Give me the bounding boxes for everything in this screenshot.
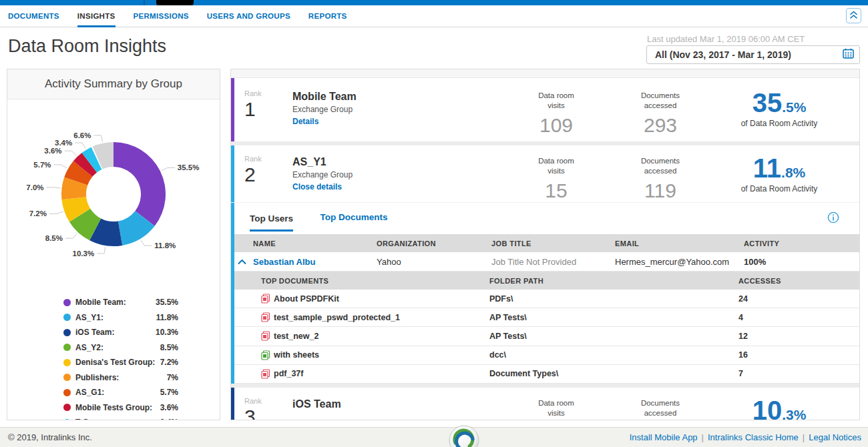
nav-tab-reports[interactable]: REPORTS xyxy=(308,5,347,27)
legend-label: Publishers: xyxy=(75,373,167,382)
visits-label: Data room visits xyxy=(529,156,584,176)
document-name-link[interactable]: pdf_37f xyxy=(274,369,303,378)
activity-percent-caption: of Data Room Activity xyxy=(716,184,843,193)
collapse-panel-button[interactable] xyxy=(846,8,861,23)
legend-item: AS_Y1:11.8% xyxy=(63,310,178,326)
document-row: test_new_2 AP Tests\ 12 xyxy=(231,327,859,346)
rank-number: 1 xyxy=(244,97,292,121)
tab-top-documents[interactable]: Top Documents xyxy=(320,212,387,222)
legend-value: 10.3% xyxy=(156,328,178,337)
link-separator: | xyxy=(799,432,809,442)
document-row: with sheets dcc\ 16 xyxy=(231,346,859,365)
svg-text:10.3%: 10.3% xyxy=(73,250,95,258)
data-room-insights-page: DOCUMENTS INSIGHTS PERMISSIONS USERS AND… xyxy=(0,0,868,447)
group-name: iOS Team xyxy=(292,398,513,410)
legend-item: Publishers:7% xyxy=(63,370,178,386)
xls-file-icon xyxy=(261,350,270,360)
activity-percent: 11.8% xyxy=(716,155,843,181)
legend-value: 7% xyxy=(167,373,178,382)
nav-tabs: DOCUMENTS INSIGHTS PERMISSIONS USERS AND… xyxy=(0,5,868,27)
col-header-top-documents: TOP DOCUMENTS xyxy=(261,277,489,285)
svg-text:6.6%: 6.6% xyxy=(73,131,91,139)
date-range-select[interactable]: All (Nov 23, 2017 - Mar 1, 2019) xyxy=(646,45,860,64)
collapse-row-chevron-icon[interactable] xyxy=(238,259,246,265)
legend-label: AS_Y1: xyxy=(75,313,156,322)
group-name: Mobile Team xyxy=(292,91,513,103)
legend-swatch xyxy=(63,344,71,351)
document-row: pdf_37f Document Types\ 7 xyxy=(231,365,859,384)
legend-item: Denisa's Test Group:7.2% xyxy=(63,355,178,370)
legend-item: AS_Y2:8.5% xyxy=(63,340,178,356)
document-accesses: 12 xyxy=(738,332,859,341)
document-row: About PSPDFKit PDFs\ 24 xyxy=(231,290,859,308)
legend-swatch xyxy=(63,329,71,336)
accessed-label: Documents accessed xyxy=(633,398,688,418)
activity-percent-caption: of Data Room Activity xyxy=(716,119,843,128)
intralinks-classic-home-link[interactable]: Intralinks Classic Home xyxy=(708,432,799,442)
col-header-email: EMAIL xyxy=(615,240,744,248)
document-folder-path: Document Types\ xyxy=(489,369,738,378)
svg-text:7.2%: 7.2% xyxy=(29,209,47,217)
legend-item: Mobile Team:35.5% xyxy=(63,295,178,310)
topbar-divider xyxy=(144,0,145,5)
legend-swatch xyxy=(63,359,71,366)
svg-text:3.6%: 3.6% xyxy=(44,147,61,155)
tab-top-users[interactable]: Top Users xyxy=(250,213,293,232)
visits-label: Data room visits xyxy=(529,91,584,111)
col-header-activity: ACTIVITY xyxy=(744,240,859,248)
rank-accent-bar xyxy=(231,145,234,384)
activity-summary-title: Activity Summary by Group xyxy=(7,69,220,99)
legend-label: Mobile Tests Group: xyxy=(75,403,160,412)
calendar-icon[interactable] xyxy=(843,48,854,61)
col-header-accesses: ACCESSES xyxy=(738,277,859,285)
info-icon[interactable] xyxy=(827,211,839,226)
visits-value: 15 xyxy=(513,179,600,202)
user-name-link[interactable]: Sebastian Albu xyxy=(253,257,377,267)
footer: © 2019, Intralinks Inc. Install Mobile A… xyxy=(0,427,868,447)
close-details-link[interactable]: Close details xyxy=(292,182,342,191)
install-mobile-app-link[interactable]: Install Mobile App xyxy=(630,432,698,442)
group-rank-list-panel: Rank 1 Mobile Team Exchange Group Detail… xyxy=(230,69,860,420)
legend-value: 7.2% xyxy=(160,358,178,367)
rank-label: Rank xyxy=(244,155,292,163)
nav-tab-documents[interactable]: DOCUMENTS xyxy=(8,5,59,27)
nav-tab-permissions[interactable]: PERMISSIONS xyxy=(134,5,189,27)
date-range-value: All (Nov 23, 2017 - Mar 1, 2019) xyxy=(655,49,843,60)
legend-swatch xyxy=(63,389,71,396)
nav-tab-insights[interactable]: INSIGHTS xyxy=(77,5,116,27)
legend-swatch xyxy=(63,374,71,381)
legend-value: 8.5% xyxy=(160,343,178,352)
document-accesses: 16 xyxy=(738,350,859,360)
document-name-link[interactable]: with sheets xyxy=(274,350,319,360)
user-activity: 100% xyxy=(744,257,859,267)
intralinks-logo xyxy=(449,425,479,447)
pdf-file-icon xyxy=(261,331,270,341)
legend-swatch xyxy=(63,299,71,306)
pdf-file-icon xyxy=(261,294,270,304)
legend-label: iOS Team: xyxy=(75,328,156,337)
activity-percent: 10.3% xyxy=(716,397,843,420)
document-name-link[interactable]: About PSPDFKit xyxy=(274,294,339,304)
document-name-link[interactable]: test_sample_pswd_protected_1 xyxy=(274,313,400,322)
accessed-value: 293 xyxy=(617,114,704,137)
legal-notices-link[interactable]: Legal Notices xyxy=(809,432,861,442)
document-accesses: 7 xyxy=(738,369,859,378)
legend-label: AS_Y2: xyxy=(75,343,160,352)
main-navigation: DOCUMENTS INSIGHTS PERMISSIONS USERS AND… xyxy=(0,5,868,27)
svg-text:3.4%: 3.4% xyxy=(55,139,72,147)
col-header-name: NAME xyxy=(253,240,377,248)
users-table-header: NAME ORGANIZATION JOB TITLE EMAIL ACTIVI… xyxy=(231,234,859,252)
nav-tab-users-and-groups[interactable]: USERS AND GROUPS xyxy=(207,5,290,27)
document-folder-path: AP Tests\ xyxy=(489,332,738,341)
activity-percent: 35.5% xyxy=(716,89,843,116)
user-email: Hermes_mercur@Yahoo.com xyxy=(615,257,744,267)
group-type: Exchange Group xyxy=(292,105,513,114)
document-folder-path: dcc\ xyxy=(489,350,738,360)
document-name-link[interactable]: test_new_2 xyxy=(274,332,318,341)
accessed-value: 119 xyxy=(617,179,704,202)
chart-legend: Mobile Team:35.5% AS_Y1:11.8% iOS Team:1… xyxy=(63,295,178,420)
details-link[interactable]: Details xyxy=(292,117,318,126)
rank-accent-bar xyxy=(231,78,234,141)
legend-label: AS_G1: xyxy=(75,388,160,397)
activity-donut-chart[interactable]: 35.5%11.8%10.3%8.5%7.2%7.0%5.7%3.6%3.4%6… xyxy=(7,99,220,291)
